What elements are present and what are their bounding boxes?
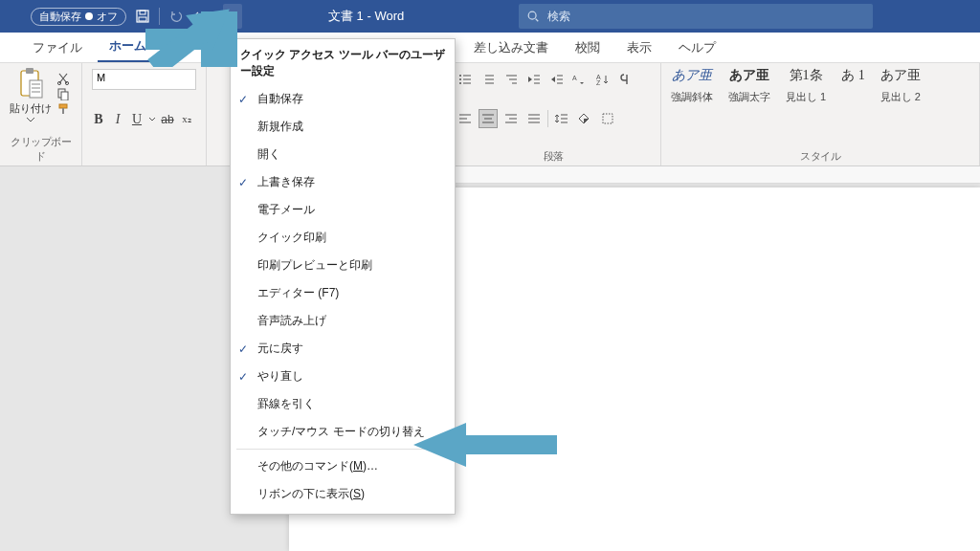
svg-point-4 [528, 11, 536, 19]
style-item-3[interactable]: あ 1 [841, 67, 865, 90]
dropdown-title: クイック アクセス ツール バーのユーザー設定 [231, 39, 455, 85]
text-direction-button[interactable]: A [570, 70, 590, 89]
group-label-styles: スタイル [671, 149, 969, 164]
check-icon: ✓ [238, 176, 248, 189]
sort-button[interactable]: AZ [593, 70, 612, 89]
tab-file[interactable]: ファイル [21, 33, 94, 62]
group-clipboard: 貼り付け クリップボード [0, 63, 82, 165]
svg-marker-59 [144, 8, 243, 67]
group-label-clipboard: クリップボード [10, 135, 72, 164]
tab-view[interactable]: 表示 [615, 33, 663, 62]
menu-item-0[interactable]: ✓自動保存 [231, 85, 455, 113]
indent-increase-button[interactable] [547, 70, 567, 89]
align-center-button[interactable] [479, 109, 498, 128]
style-item-4[interactable]: あア亜見出し 2 [880, 67, 921, 104]
ribbon: 貼り付け クリップボード M B I U ab x₂ [0, 63, 980, 166]
tab-review[interactable]: 校閲 [564, 33, 612, 62]
paste-button[interactable]: 貼り付け [10, 67, 52, 122]
menu-item-7[interactable]: エディター (F7) [231, 279, 455, 307]
autosave-toggle[interactable]: 自動保存 オフ [31, 8, 126, 26]
align-justify-button[interactable] [524, 109, 544, 128]
svg-point-18 [459, 75, 461, 77]
svg-line-5 [536, 19, 539, 22]
svg-rect-16 [59, 104, 67, 108]
show-marks-button[interactable] [616, 70, 635, 89]
group-paragraph: A AZ 段落 [446, 63, 661, 165]
subscript-button[interactable]: x₂ [180, 113, 193, 125]
tab-help[interactable]: ヘルプ [667, 33, 727, 62]
copy-icon[interactable] [56, 86, 71, 101]
annotation-arrow-top [144, 8, 243, 70]
font-name-box[interactable]: M [92, 69, 196, 90]
menu-item-3[interactable]: ✓上書き保存 [231, 168, 455, 196]
multilevel-button[interactable] [501, 70, 521, 89]
style-item-2[interactable]: 第1条見出し 1 [786, 67, 826, 104]
svg-rect-7 [26, 68, 33, 74]
borders-button[interactable] [598, 109, 617, 128]
group-font: M B I U ab x₂ [82, 63, 207, 165]
autosave-indicator [85, 12, 93, 20]
annotation-arrow-bottom [413, 421, 557, 472]
check-icon: ✓ [238, 370, 248, 384]
strikethrough-button[interactable]: ab [161, 113, 174, 126]
search-icon [526, 10, 540, 23]
svg-point-22 [459, 82, 461, 84]
tab-mailings[interactable]: 差し込み文書 [462, 33, 560, 62]
menu-item-4[interactable]: 電子メール [231, 196, 455, 224]
align-right-button[interactable] [501, 109, 521, 128]
autosave-state: オフ [97, 10, 118, 24]
numbering-button[interactable] [479, 70, 498, 89]
menu-item-1[interactable]: 新規作成 [231, 113, 455, 141]
group-styles: あア亜強調斜体あア亜強調太字第1条見出し 1あ 1あア亜見出し 2 スタイル [661, 63, 980, 165]
style-item-1[interactable]: あア亜強調太字 [728, 67, 770, 104]
menu-item-2[interactable]: 開く [231, 141, 455, 168]
align-left-button[interactable] [456, 109, 475, 128]
search-box[interactable]: 検索 [519, 4, 873, 29]
svg-rect-17 [62, 108, 64, 114]
document-area [0, 166, 980, 551]
svg-text:A: A [572, 75, 577, 81]
svg-point-20 [459, 78, 461, 80]
menu-item-9[interactable]: ✓元に戻す [231, 335, 455, 363]
autosave-label: 自動保存 [39, 10, 81, 24]
menu-show-below-ribbon[interactable]: リボンの下に表示(S) [231, 480, 455, 508]
svg-rect-8 [30, 80, 42, 98]
line-spacing-button[interactable] [552, 109, 571, 128]
menu-item-8[interactable]: 音声読み上げ [231, 307, 455, 335]
bullets-button[interactable] [456, 70, 475, 89]
document-title: 文書 1 - Word [328, 8, 404, 25]
search-placeholder: 検索 [547, 9, 570, 25]
underline-button[interactable]: U [130, 112, 144, 127]
indent-decrease-button[interactable] [524, 70, 544, 89]
menu-item-5[interactable]: クイック印刷 [231, 224, 455, 252]
italic-button[interactable]: I [111, 112, 124, 127]
svg-rect-15 [61, 92, 68, 100]
svg-text:Z: Z [596, 79, 601, 86]
bold-button[interactable]: B [92, 112, 105, 127]
menu-item-10[interactable]: ✓やり直し [231, 363, 455, 390]
cut-icon[interactable] [56, 71, 71, 86]
chevron-down-icon[interactable] [149, 118, 155, 121]
menu-item-11[interactable]: 罫線を引く [231, 390, 455, 418]
svg-rect-54 [603, 114, 612, 123]
svg-marker-60 [413, 423, 557, 467]
shading-button[interactable] [575, 109, 594, 128]
check-icon: ✓ [238, 342, 248, 356]
group-label-paragraph: 段落 [456, 149, 651, 164]
check-icon: ✓ [238, 93, 248, 106]
style-item-0[interactable]: あア亜強調斜体 [671, 67, 713, 104]
menu-item-6[interactable]: 印刷プレビューと印刷 [231, 252, 455, 279]
format-painter-icon[interactable] [56, 101, 71, 117]
